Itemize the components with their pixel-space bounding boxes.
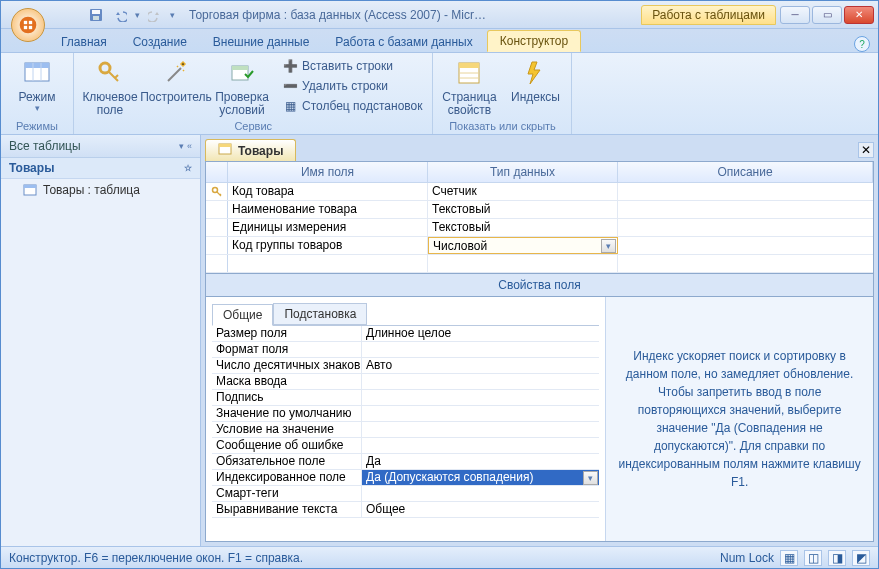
property-value[interactable] [362,422,599,437]
view-design-button[interactable]: ◩ [852,550,870,566]
field-name-cell[interactable]: Наименование товара [228,201,428,218]
field-row[interactable]: Код товараСчетчик [206,183,873,201]
help-icon[interactable]: ? [854,36,870,52]
property-row[interactable]: Формат поля [212,342,599,358]
property-dropdown-button[interactable]: ▾ [583,471,598,485]
property-name: Размер поля [212,326,362,341]
row-selector[interactable] [206,183,228,200]
property-value[interactable]: Да [362,454,599,469]
data-type-cell[interactable]: Текстовый [428,219,618,236]
close-document-button[interactable]: ✕ [858,142,874,158]
row-selector[interactable] [206,255,228,272]
property-row[interactable]: Размер поляДлинное целое [212,326,599,342]
property-value[interactable] [362,374,599,389]
tab-lookup[interactable]: Подстановка [273,303,367,325]
property-value[interactable] [362,342,599,357]
mode-button[interactable]: Режим ▾ [9,57,65,114]
field-name-cell[interactable]: Единицы измерения [228,219,428,236]
property-value[interactable]: Авто [362,358,599,373]
insert-rows-button[interactable]: ➕Вставить строки [280,57,424,75]
row-selector[interactable] [206,201,228,218]
data-type-cell[interactable]: Счетчик [428,183,618,200]
datasheet-icon [21,57,53,89]
view-pivot-button[interactable]: ◫ [804,550,822,566]
data-type-cell[interactable] [428,255,618,272]
save-icon[interactable] [87,6,105,24]
chevron-down-icon: ▾ « [179,141,192,151]
office-button[interactable] [11,8,45,42]
data-type-cell[interactable]: Текстовый [428,201,618,218]
col-data-type[interactable]: Тип данных [428,162,618,182]
chevron-down-icon: ▾ [35,104,40,114]
redo-icon[interactable] [146,6,164,24]
property-value[interactable] [362,486,599,501]
lookup-column-button[interactable]: ▦Столбец подстановок [280,97,424,115]
indexes-button[interactable]: Индексы [507,57,563,104]
col-description[interactable]: Описание [618,162,873,182]
field-name-cell[interactable]: Код группы товаров [228,237,428,254]
property-row[interactable]: Сообщение об ошибке [212,438,599,454]
data-type-dropdown-button[interactable]: ▾ [601,239,616,253]
svg-rect-4 [29,25,32,28]
delete-rows-button[interactable]: ➖Удалить строки [280,77,424,95]
minimize-button[interactable]: ─ [780,6,810,24]
row-selector[interactable] [206,237,228,254]
tab-home[interactable]: Главная [49,32,119,52]
property-row[interactable]: Маска ввода [212,374,599,390]
description-cell[interactable] [618,201,873,218]
property-value[interactable] [362,390,599,405]
app-window: ▾ ▾ Торговая фирма : база данных (Access… [0,0,879,569]
view-datasheet-button[interactable]: ▦ [780,550,798,566]
maximize-button[interactable]: ▭ [812,6,842,24]
tab-designer[interactable]: Конструктор [487,30,581,52]
numlock-indicator: Num Lock [720,551,774,565]
property-value[interactable] [362,406,599,421]
properties-panel: Общие Подстановка Размер поляДлинное цел… [206,297,606,541]
tab-create[interactable]: Создание [121,32,199,52]
property-row[interactable]: Число десятичных знаковАвто [212,358,599,374]
undo-icon[interactable] [111,6,129,24]
property-value[interactable] [362,438,599,453]
field-row-empty[interactable] [206,255,873,273]
primary-key-button[interactable]: Ключевое поле [82,57,138,117]
property-row[interactable]: Обязательное полеДа [212,454,599,470]
document-tab[interactable]: Товары [205,139,296,161]
tab-general[interactable]: Общие [212,304,273,326]
field-row[interactable]: Единицы измеренияТекстовый [206,219,873,237]
delete-row-icon: ➖ [282,78,298,94]
validation-button[interactable]: Проверка условий [214,57,270,117]
description-cell[interactable] [618,219,873,236]
property-value[interactable]: Общее [362,502,599,517]
field-row[interactable]: Код группы товаровЧисловой▾ [206,237,873,255]
view-chart-button[interactable]: ◨ [828,550,846,566]
property-row[interactable]: Значение по умолчанию [212,406,599,422]
property-name: Значение по умолчанию [212,406,362,421]
nav-header[interactable]: Все таблицы ▾ « [1,135,200,158]
qat-customize-icon[interactable]: ▾ [170,10,175,20]
field-row[interactable]: Наименование товараТекстовый [206,201,873,219]
property-row[interactable]: Условие на значение [212,422,599,438]
data-type-cell[interactable]: Числовой▾ [428,237,618,254]
group-show-hide: Страница свойств Индексы Показать или ск… [433,53,572,134]
property-row[interactable]: Смарт-теги [212,486,599,502]
row-selector[interactable] [206,219,228,236]
description-cell[interactable] [618,183,873,200]
undo-dropdown-icon[interactable]: ▾ [135,10,140,20]
property-row[interactable]: Подпись [212,390,599,406]
tab-dbtools[interactable]: Работа с базами данных [323,32,484,52]
close-button[interactable]: ✕ [844,6,874,24]
property-row[interactable]: Индексированное полеДа (Допускаются совп… [212,470,599,486]
nav-item-table[interactable]: Товары : таблица [1,179,200,201]
tab-external[interactable]: Внешние данные [201,32,322,52]
property-value[interactable]: Да (Допускаются совпадения)▾ [362,470,599,485]
property-row[interactable]: Выравнивание текстаОбщее [212,502,599,518]
property-value[interactable]: Длинное целое [362,326,599,341]
description-cell[interactable] [618,237,873,254]
field-name-cell[interactable] [228,255,428,272]
property-sheet-button[interactable]: Страница свойств [441,57,497,117]
field-name-cell[interactable]: Код товара [228,183,428,200]
col-field-name[interactable]: Имя поля [228,162,428,182]
builder-button[interactable]: Построитель [148,57,204,104]
description-cell[interactable] [618,255,873,272]
nav-group-header[interactable]: Товары ☆ [1,158,200,179]
